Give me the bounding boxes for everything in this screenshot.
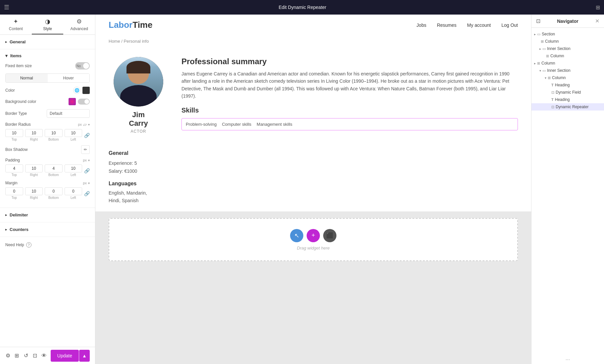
drag-stop-icon[interactable]: ⬛ (323, 229, 336, 242)
update-button[interactable]: Update (51, 350, 79, 362)
padding-right-input[interactable] (25, 164, 43, 172)
padding-left-input[interactable] (65, 164, 82, 172)
grid-icon[interactable]: ⊞ (596, 4, 600, 11)
state-normal-btn[interactable]: Normal (6, 74, 48, 82)
items-section-header[interactable]: ▾ Items (5, 53, 90, 58)
style-icon: ◑ (45, 18, 50, 25)
update-chevron-btn[interactable]: ▲ (79, 350, 90, 362)
bg-color-swatch[interactable] (69, 98, 76, 105)
padding-unit-arrow[interactable]: ▾ (88, 159, 90, 162)
tab-advanced[interactable]: ⚙ Advanced (63, 15, 95, 34)
breadcrumb-home[interactable]: Home (109, 39, 120, 44)
tree-inner-sec1-label: Inner Section (547, 46, 571, 51)
breadcrumb: Home / Personal info (95, 35, 531, 47)
tree-inner-sec1-col[interactable]: ⊞ Column (531, 52, 604, 60)
margin-top-input[interactable] (5, 187, 23, 195)
tree-dynamic-field[interactable]: ⊡ Dynamic Field (531, 89, 604, 96)
tree-heading-2[interactable]: T Heading (531, 96, 604, 103)
margin-right-input[interactable] (25, 187, 43, 195)
color-swatch[interactable] (82, 87, 90, 94)
languages-heading: Languages (109, 181, 518, 187)
state-buttons: Normal Hover (5, 73, 90, 83)
margin-bottom-label: Bottom (48, 196, 59, 200)
panel-content: ▸ General ▾ Items Fixed item size No (0, 35, 95, 347)
tree-inner-sec1-col-label: Column (550, 54, 564, 58)
profile-name-line2: Carry (129, 119, 148, 127)
tree-column-2[interactable]: ▸ ⊞ Column (531, 60, 604, 67)
tree-dynamic-repeater[interactable]: ⊡ Dynamic Repeater (531, 103, 604, 111)
margin-bottom-input[interactable] (45, 187, 63, 195)
tree-inner-section-1[interactable]: ▸ ▭ Inner Section (531, 45, 604, 52)
skills-heading: Skills (181, 107, 518, 114)
border-radius-right-wrap: 10 Right (25, 129, 43, 141)
border-radius-left-input[interactable]: 10 (65, 129, 82, 137)
navigator-more[interactable]: ... (531, 353, 604, 364)
border-type-select[interactable]: Default Solid Dashed Dotted None (47, 109, 90, 118)
need-help-row[interactable]: Need Help ? (0, 237, 95, 253)
bg-color-row: Background color (5, 98, 90, 105)
navigator-close-btn[interactable]: ✕ (595, 18, 599, 24)
color-row: Color 🌐 (5, 87, 90, 94)
drag-icons-row: ↖ + ⬛ (290, 229, 336, 242)
tree-inner-sec2-col-label: Column (552, 75, 566, 80)
nav-resumes[interactable]: Resumes (437, 23, 456, 28)
languages-text: English, Mandarin,Hindi, Spanish (109, 189, 518, 205)
border-radius-top-input[interactable]: 10 (5, 129, 23, 137)
main-layout: ✦ Content ◑ Style ⚙ Advanced ▸ General (0, 15, 604, 364)
tab-style[interactable]: ◑ Style (32, 15, 64, 34)
layers-icon[interactable]: ⊞ (14, 350, 19, 361)
border-radius-bottom-input[interactable]: 10 (45, 129, 63, 137)
counters-section-header[interactable]: ▸ Counters (0, 222, 95, 237)
template-icon[interactable]: ⊡ (32, 350, 37, 361)
site-logo: LaborTime (109, 20, 152, 30)
padding-bottom-input[interactable] (45, 164, 63, 172)
tree-inner-sec2-col[interactable]: ▾ ⊞ Column (531, 74, 604, 81)
border-radius-right-input[interactable]: 10 (25, 129, 43, 137)
history-icon[interactable]: ↺ (23, 350, 28, 361)
settings-icon[interactable]: ⚙ (5, 350, 10, 361)
tree-heading-1[interactable]: T Heading (531, 81, 604, 89)
box-shadow-label: Box Shadow (5, 147, 27, 152)
menu-icon[interactable]: ☰ (4, 4, 9, 11)
bg-color-toggle[interactable] (78, 99, 90, 105)
nav-jobs[interactable]: Jobs (417, 23, 427, 28)
general-info: Experience: 5 Salary: €1000 (109, 159, 518, 175)
salary-label: Salary: (109, 168, 123, 174)
nav-myaccount[interactable]: My account (467, 23, 491, 28)
navigator-tree: ▸ ▭ Section ⊞ Column ▸ ▭ Inner Section ⊞… (531, 28, 604, 353)
fixed-item-size-toggle[interactable]: No (75, 62, 90, 69)
bg-color-controls (69, 98, 90, 105)
items-section: ▾ Items Fixed item size No Normal Hover (0, 49, 95, 208)
tree-section[interactable]: ▸ ▭ Section (531, 30, 604, 38)
navigator-header: ⊡ Navigator ✕ (531, 15, 604, 28)
skill-computer: Computer skills (222, 122, 251, 127)
nav-logout[interactable]: Log Out (501, 23, 518, 28)
general-section-header[interactable]: ▸ General (0, 35, 95, 49)
tree-section-column[interactable]: ⊞ Column (531, 38, 604, 45)
margin-unit-arrow[interactable]: ▾ (88, 181, 90, 185)
tab-content[interactable]: ✦ Content (0, 15, 32, 34)
margin-left-input[interactable] (65, 187, 82, 195)
color-label: Color (5, 88, 15, 93)
tree-inner-sec1-col-icon: ⊞ (546, 54, 549, 58)
drag-add-icon[interactable]: + (307, 229, 320, 242)
state-hover-btn[interactable]: Hover (48, 74, 90, 82)
padding-top-wrap: Top (5, 164, 23, 177)
border-radius-left-wrap: 10 Left (65, 129, 82, 141)
color-globe-icon[interactable]: 🌐 (73, 87, 80, 94)
border-radius-unit-arrow[interactable]: ▾ (88, 123, 90, 126)
profile-content: Jim Carry ACTOR Professional summary Jam… (109, 57, 518, 134)
padding-top-input[interactable] (5, 164, 23, 172)
summary-text: James Eugene Carrey is a Canadian and Am… (181, 70, 518, 100)
logo-time: Time (132, 20, 152, 30)
margin-link-icon[interactable]: 🔗 (84, 191, 90, 196)
padding-link-icon[interactable]: 🔗 (84, 168, 90, 173)
view-icon[interactable]: 👁 (41, 350, 47, 361)
tree-inner-section-2[interactable]: ▾ ▭ Inner Section (531, 67, 604, 74)
drag-cursor-icon[interactable]: ↖ (290, 229, 303, 242)
delimiter-label: Delimiter (10, 212, 28, 217)
delimiter-section-header[interactable]: ▸ Delimiter (0, 208, 95, 222)
navigator-panel: ⊡ Navigator ✕ ▸ ▭ Section ⊞ Column ▸ ▭ I… (531, 15, 604, 364)
border-radius-link-icon[interactable]: 🔗 (84, 133, 90, 138)
box-shadow-edit-btn[interactable]: ✏ (81, 145, 90, 154)
